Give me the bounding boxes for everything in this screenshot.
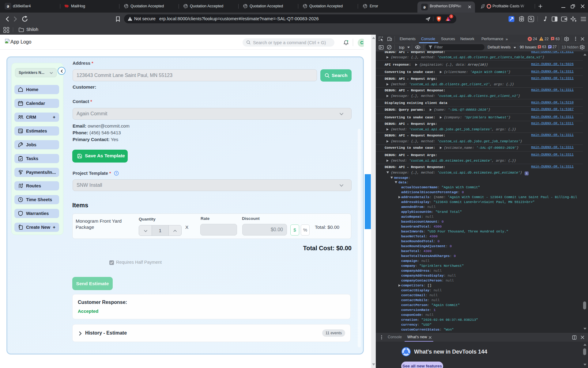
svg-text:?: ? bbox=[116, 171, 118, 175]
